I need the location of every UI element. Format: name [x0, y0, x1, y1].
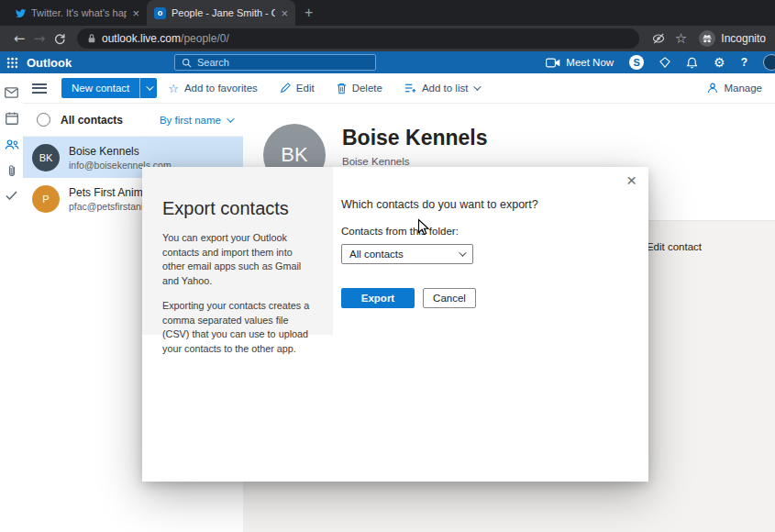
- folder-select[interactable]: All contacts: [341, 244, 473, 264]
- dialog-content: Which contacts do you want to export? Co…: [341, 198, 538, 308]
- incognito-label: Incognito: [721, 32, 766, 45]
- edit-label: Edit: [296, 83, 315, 94]
- help-icon[interactable]: ?: [741, 56, 747, 69]
- mail-icon[interactable]: [5, 87, 18, 98]
- manage-button[interactable]: Manage: [696, 73, 775, 103]
- add-to-list-icon: [404, 83, 416, 94]
- eye-blocked-icon[interactable]: [651, 31, 666, 46]
- mouse-cursor: [417, 218, 430, 237]
- star-icon: ☆: [168, 83, 179, 94]
- dialog-title: Export contacts: [162, 198, 316, 219]
- dialog-description-1: You can export your Outlook contacts and…: [162, 231, 316, 288]
- close-tab-icon[interactable]: ×: [132, 7, 139, 19]
- premium-icon[interactable]: [659, 57, 670, 68]
- outlook-favicon-icon: o: [154, 7, 166, 19]
- new-contact-button[interactable]: New contact: [61, 78, 157, 98]
- folder-select-value: All contacts: [349, 249, 404, 260]
- app-rail: [0, 73, 23, 532]
- add-to-list-button[interactable]: Add to list: [393, 73, 491, 103]
- todo-icon[interactable]: [6, 191, 17, 200]
- sort-label: By first name: [160, 115, 221, 126]
- search-icon: [182, 58, 192, 68]
- edit-button[interactable]: Edit: [269, 73, 326, 103]
- hamburger-menu-icon[interactable]: [32, 83, 47, 94]
- export-contacts-dialog: Export contacts You can export your Outl…: [142, 167, 648, 482]
- delete-button[interactable]: Delete: [326, 73, 393, 103]
- address-bar: ← → outlook.live.com/people/0/ ☆ Incogni…: [0, 26, 775, 51]
- skype-icon[interactable]: S: [629, 55, 644, 70]
- delete-label: Delete: [352, 83, 382, 94]
- search-input[interactable]: [197, 57, 369, 68]
- outlook-header: Outlook Meet Now S ⚙ ?: [0, 51, 775, 73]
- dialog-info-panel: Export contacts You can export your Outl…: [142, 167, 333, 335]
- camera-icon: [546, 58, 560, 68]
- pencil-icon: [280, 83, 291, 94]
- notifications-icon[interactable]: [686, 57, 698, 69]
- add-to-list-label: Add to list: [422, 83, 469, 94]
- close-dialog-icon[interactable]: ×: [626, 172, 637, 189]
- incognito-icon: [699, 30, 715, 47]
- avatar: P: [32, 185, 60, 213]
- new-contact-dropdown[interactable]: [139, 78, 157, 98]
- app-launcher-icon[interactable]: [6, 57, 18, 69]
- contact-list-header: All contacts By first name: [23, 104, 243, 137]
- tab-strip: Twitter. It's what's happen × o People -…: [0, 0, 775, 26]
- outlook-brand: Outlook: [27, 56, 72, 70]
- url-host: outlook.live.com: [102, 32, 181, 45]
- person-icon: [707, 83, 718, 94]
- new-contact-label[interactable]: New contact: [61, 78, 139, 98]
- contact-title: Boise Kennels: [342, 126, 488, 150]
- avatar: BK: [32, 144, 60, 172]
- attachments-icon[interactable]: [8, 164, 16, 177]
- incognito-indicator: Incognito: [699, 30, 766, 47]
- dialog-question: Which contacts do you want to export?: [341, 198, 538, 211]
- command-bar: New contact ☆ Add to favorites Edit Dele…: [23, 73, 775, 104]
- header-actions: Meet Now S ⚙ ?: [546, 51, 775, 73]
- calendar-icon[interactable]: [6, 112, 18, 125]
- browser-window: Twitter. It's what's happen × o People -…: [0, 0, 775, 532]
- forward-button[interactable]: →: [29, 32, 50, 46]
- tab-title: Twitter. It's what's happen: [31, 7, 127, 18]
- bookmark-star-icon[interactable]: ☆: [675, 30, 687, 47]
- add-to-favorites-label: Add to favorites: [184, 83, 258, 94]
- reload-button[interactable]: [50, 32, 70, 45]
- edit-contact-label: Edit contact: [647, 241, 702, 252]
- settings-gear-icon[interactable]: ⚙: [714, 56, 725, 69]
- contact-name: Boise Kennels: [69, 145, 172, 158]
- url-path: /people/0/: [181, 32, 229, 45]
- manage-label: Manage: [724, 83, 762, 94]
- trash-icon: [337, 83, 347, 94]
- account-avatar[interactable]: [763, 54, 775, 71]
- new-tab-button[interactable]: +: [304, 6, 313, 20]
- select-all-checkbox[interactable]: [37, 113, 50, 127]
- export-button[interactable]: Export: [341, 288, 415, 308]
- tab-outlook-people[interactable]: o People - Jane Smith - Outlo ×: [147, 0, 295, 26]
- sort-dropdown[interactable]: By first name: [160, 115, 232, 126]
- back-button[interactable]: ←: [9, 32, 29, 46]
- meet-now-label: Meet Now: [566, 57, 614, 68]
- contact-subtitle: Boise Kennels: [342, 156, 488, 167]
- tab-twitter[interactable]: Twitter. It's what's happen ×: [7, 0, 147, 26]
- tab-title: People - Jane Smith - Outlo: [172, 7, 275, 18]
- cancel-button[interactable]: Cancel: [423, 288, 476, 308]
- lock-icon: [87, 33, 96, 44]
- url-bar[interactable]: outlook.live.com/people/0/: [77, 28, 639, 49]
- people-icon[interactable]: [5, 139, 19, 150]
- folder-label: Contacts from this folder:: [341, 226, 538, 237]
- list-title: All contacts: [61, 114, 123, 127]
- close-tab-icon[interactable]: ×: [281, 7, 288, 19]
- dialog-description-2: Exporting your contacts creates a comma …: [162, 299, 316, 356]
- add-to-favorites-button[interactable]: ☆ Add to favorites: [157, 73, 269, 103]
- twitter-icon: [15, 7, 26, 18]
- search-box[interactable]: [174, 54, 376, 71]
- meet-now-button[interactable]: Meet Now: [546, 57, 614, 68]
